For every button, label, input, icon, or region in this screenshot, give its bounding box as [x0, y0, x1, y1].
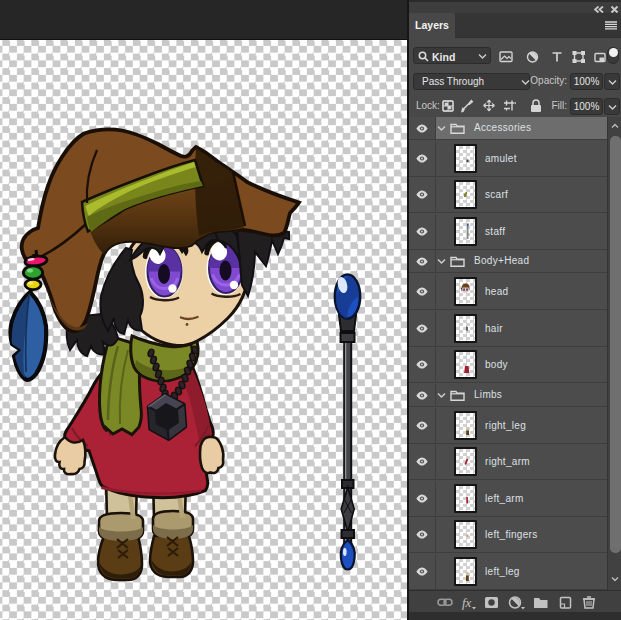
svg-text:fx: fx	[462, 595, 472, 610]
